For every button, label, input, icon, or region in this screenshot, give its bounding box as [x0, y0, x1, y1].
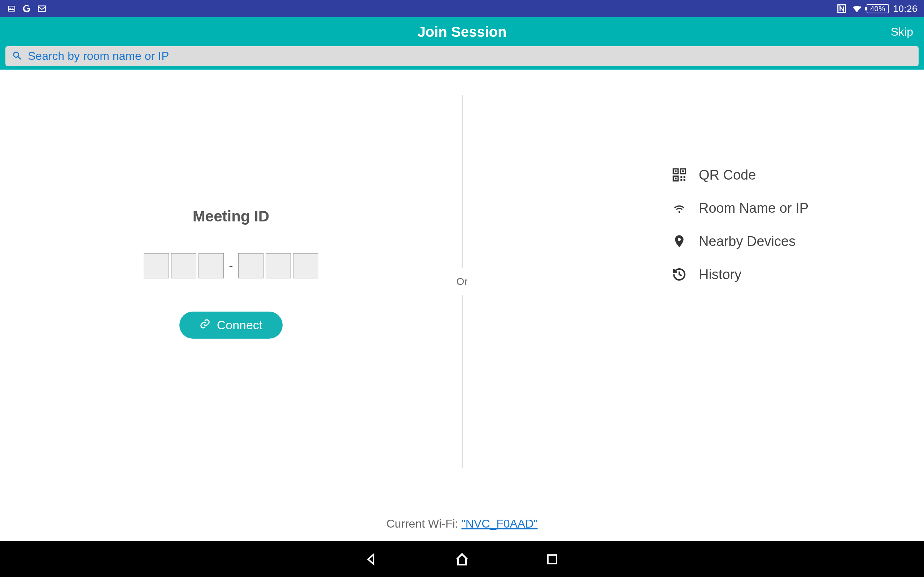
mail-notification-icon — [37, 3, 47, 14]
svg-rect-1 — [38, 6, 45, 11]
location-pin-icon — [671, 233, 687, 249]
svg-rect-15 — [548, 555, 557, 564]
android-nav-bar — [0, 541, 924, 577]
meeting-id-section: Meeting ID - Connect — [144, 208, 318, 338]
option-label: QR Code — [699, 167, 756, 183]
svg-rect-12 — [683, 176, 685, 178]
option-room-name-ip[interactable]: Room Name or IP — [671, 200, 809, 216]
divider-line-top — [462, 95, 462, 268]
page-title: Join Session — [418, 24, 507, 40]
clock: 10:26 — [893, 3, 918, 15]
option-nearby-devices[interactable]: Nearby Devices — [671, 233, 809, 249]
svg-rect-6 — [675, 171, 677, 172]
option-history[interactable]: History — [671, 266, 809, 282]
join-options-list: QR Code Room Name or IP Nearby Devices H… — [671, 5, 809, 282]
battery-indicator: 40% — [867, 4, 889, 13]
svg-rect-13 — [680, 179, 682, 181]
google-icon — [22, 3, 32, 14]
option-label: Room Name or IP — [699, 200, 809, 216]
home-button[interactable] — [453, 550, 471, 568]
wifi-prefix: Current Wi-Fi: — [386, 517, 461, 530]
image-notification-icon — [6, 3, 16, 14]
right-pane: QR Code Room Name or IP Nearby Devices H… — [462, 69, 924, 541]
svg-point-3 — [14, 52, 19, 57]
recents-button[interactable] — [543, 550, 561, 568]
center-divider: Or — [456, 95, 467, 469]
meeting-id-digit-1[interactable] — [144, 253, 169, 279]
meeting-id-digit-2[interactable] — [171, 253, 196, 279]
meeting-id-dash: - — [226, 259, 236, 272]
svg-rect-10 — [675, 178, 677, 180]
svg-rect-14 — [683, 179, 685, 181]
connect-button-label: Connect — [217, 318, 263, 332]
meeting-id-digit-3[interactable] — [199, 253, 224, 279]
option-label: Nearby Devices — [699, 234, 795, 249]
svg-rect-11 — [680, 176, 682, 178]
svg-line-4 — [18, 56, 21, 59]
status-left — [6, 3, 47, 14]
meeting-id-digit-6[interactable] — [293, 253, 318, 279]
svg-rect-8 — [682, 171, 683, 172]
current-wifi-line: Current Wi-Fi: "NVC_F0AAD" — [386, 517, 538, 530]
main-content: Meeting ID - Connect Or — [0, 69, 924, 541]
left-pane: Meeting ID - Connect — [0, 69, 462, 541]
meeting-id-digit-5[interactable] — [266, 253, 291, 279]
wifi-status-icon — [851, 3, 862, 14]
option-label: History — [699, 267, 741, 282]
connect-button[interactable]: Connect — [179, 311, 283, 338]
option-qr-code[interactable]: QR Code — [671, 167, 809, 183]
link-icon — [200, 318, 210, 332]
meeting-id-input-row: - — [144, 253, 318, 279]
meeting-id-digit-4[interactable] — [238, 253, 263, 279]
history-icon — [671, 266, 687, 282]
wifi-ssid-link[interactable]: "NVC_F0AAD" — [461, 517, 538, 530]
divider-line-bottom — [462, 295, 462, 469]
skip-button[interactable]: Skip — [891, 25, 913, 39]
status-right: 40% 10:26 — [836, 3, 918, 15]
back-button[interactable] — [363, 550, 381, 568]
search-icon — [12, 50, 22, 62]
qr-code-icon — [671, 167, 687, 183]
svg-rect-0 — [8, 6, 15, 11]
meeting-id-label: Meeting ID — [193, 208, 269, 225]
nfc-icon — [836, 3, 847, 14]
divider-or-label: Or — [456, 268, 467, 295]
wifi-icon — [671, 200, 687, 216]
